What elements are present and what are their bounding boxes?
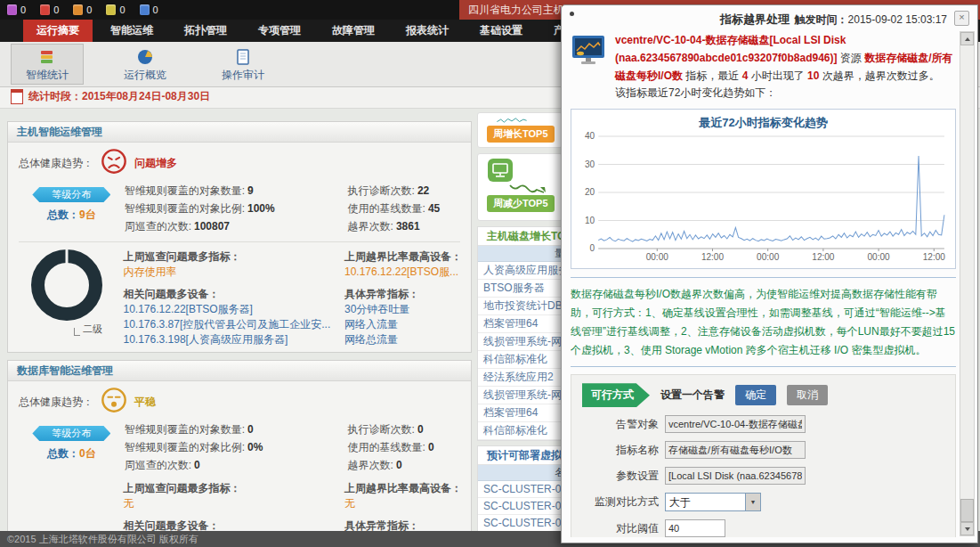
nav-tab[interactable]: 故障管理 bbox=[319, 20, 388, 42]
db-detail-row: 上周巡查问题最多指标： 无 相关问题最多设备： 无 上周越界比率最高设备： 无 … bbox=[19, 479, 460, 533]
db-info-col-a: 上周巡查问题最多指标： 无 相关问题最多设备： 无 bbox=[124, 479, 345, 533]
scrollbar-thumb[interactable] bbox=[960, 499, 974, 522]
health-status-text: 平稳 bbox=[134, 395, 156, 410]
form-field-label: 监测对比方式 bbox=[582, 493, 659, 510]
db-ops-section: 数据库智能运维管理 总体健康趋势： 平稳 等级分布 总数：0台 bbox=[7, 360, 472, 533]
stat-item: 执行诊断次数:22 bbox=[348, 182, 460, 200]
db-stats-row: 等级分布 总数：0台 智维规则覆盖的对象数量:0 智维规则覆盖的对象比例:0% … bbox=[19, 420, 460, 474]
alert-text: vcentre/VC-10-04-数据存储磁盘[Local LSI Disk (… bbox=[615, 32, 956, 102]
section-title: 数据库智能运维管理 bbox=[8, 361, 471, 381]
left-panel: 主机智能运维管理 总体健康趋势： 问题增多 等级分布 总数：9台 bbox=[7, 121, 472, 540]
device-link[interactable]: 10.176.3.198[人资高级应用服务器] bbox=[124, 332, 345, 347]
nav-tab[interactable]: 专项管理 bbox=[245, 20, 314, 42]
device-link[interactable]: 10.176.3.87[控股代管县公司及施工企业安... bbox=[124, 317, 345, 332]
stats-column-right: 执行诊断次数:0 使用的基线数量:0 越界次数:0 bbox=[348, 420, 460, 474]
level-distribution-badge[interactable]: 等级分布 bbox=[32, 187, 110, 202]
growth-top5-tile: 周增长TOP5 bbox=[477, 112, 563, 148]
toolbar-item-label: 运行概览 bbox=[109, 68, 181, 83]
total-count: 总数：0台 bbox=[19, 446, 125, 461]
scroll-up-arrow-icon[interactable] bbox=[960, 32, 974, 45]
nav-tab[interactable]: 基础设置 bbox=[466, 20, 536, 42]
alert-counter[interactable]: 0 bbox=[40, 4, 59, 15]
trend-chart-box: 最近72小时指标变化趋势 01020304000:0012:0000:0012:… bbox=[571, 109, 956, 269]
stat-item: 执行诊断次数:0 bbox=[348, 420, 460, 438]
toolbar-item-audit[interactable]: 操作审计 bbox=[207, 44, 279, 85]
severity-donut-chart[interactable] bbox=[31, 249, 102, 321]
abnormal-metric-list: 30分钟吞吐量网络入流量网络总流量 bbox=[344, 302, 460, 347]
threshold-alert-dialog: 指标越界处理 触发时间：2015-09-02 15:03:17 × vcentr… bbox=[561, 4, 978, 543]
info-label: 上周越界比率最高设备： bbox=[344, 249, 460, 265]
form-field-label: 参数设置 bbox=[582, 467, 659, 484]
metric-link[interactable]: 30分钟吞吐量 bbox=[344, 302, 460, 317]
compare-method-select[interactable]: 大于▼ bbox=[665, 493, 761, 511]
severity-donut-col: 二级 bbox=[19, 248, 124, 346]
alert-counter[interactable]: 0 bbox=[140, 4, 158, 15]
calm-face-icon bbox=[101, 387, 127, 417]
cancel-button[interactable]: 取消 bbox=[787, 385, 828, 405]
svg-text:12:00: 12:00 bbox=[701, 252, 725, 262]
info-label: 上周巡查问题最多指标： bbox=[124, 249, 345, 265]
svg-text:00:00: 00:00 bbox=[646, 252, 669, 262]
stat-item: 智维规则覆盖的对象比例:100% bbox=[125, 200, 348, 217]
alert-count: 0 bbox=[86, 4, 92, 15]
device-link[interactable]: 10.176.12.22[BTSO服务器] bbox=[124, 302, 345, 317]
metric-name-input[interactable] bbox=[665, 441, 806, 459]
level-badge-col: 等级分布 总数：9台 bbox=[19, 182, 125, 235]
stat-item: 智维规则覆盖的对象数量:0 bbox=[125, 420, 348, 438]
alert-counter[interactable]: 0 bbox=[73, 4, 92, 15]
param-setting-input[interactable] bbox=[665, 467, 806, 485]
stats-column-left: 智维规则覆盖的对象数量:0 智维规则覆盖的对象比例:0% 周巡查的次数:0 bbox=[125, 420, 348, 474]
trend-intro-text: 该指标最近72小时变化趋势如下： bbox=[615, 86, 776, 99]
divider bbox=[19, 241, 460, 242]
alarm-target-input[interactable] bbox=[665, 415, 806, 433]
confirm-button[interactable]: 确定 bbox=[735, 385, 776, 405]
info-label: 上周巡查问题最多指标： bbox=[124, 481, 345, 496]
chart-title: 最近72小时指标变化趋势 bbox=[575, 115, 952, 131]
nav-tab[interactable]: 智能运维 bbox=[97, 20, 166, 42]
stat-item: 周巡查的次数:0 bbox=[125, 456, 348, 474]
level-distribution-badge[interactable]: 等级分布 bbox=[32, 426, 110, 441]
scroll-down-arrow-icon[interactable] bbox=[960, 522, 974, 535]
health-trend-row: 总体健康趋势： 问题增多 bbox=[19, 148, 460, 178]
related-device-list: 10.176.12.22[BTSO服务器]10.176.3.87[控股代管县公司… bbox=[124, 302, 345, 347]
health-trend-label: 总体健康趋势： bbox=[19, 395, 93, 410]
svg-text:00:00: 00:00 bbox=[867, 252, 890, 262]
alert-counter[interactable]: 0 bbox=[7, 4, 26, 15]
donut-callout: 二级 bbox=[74, 322, 102, 336]
top-device-value[interactable]: 10.176.12.22[BTSO服... bbox=[344, 265, 460, 280]
close-icon[interactable]: × bbox=[954, 11, 969, 26]
nav-tab[interactable]: 报表统计 bbox=[393, 20, 462, 42]
growth-top5-badge[interactable]: 周增长TOP5 bbox=[487, 126, 555, 143]
threshold-input[interactable] bbox=[665, 519, 725, 537]
nav-tab[interactable]: 拓扑管理 bbox=[171, 20, 240, 42]
alarm-form-fields: 告警对象指标名称参数设置监测对比方式大于▼对比阈值采集间隔60秒▼ bbox=[582, 415, 944, 537]
stats-column-right: 执行诊断次数:22 使用的基线数量:45 越界次数:3861 bbox=[348, 182, 460, 235]
smart-stats-icon bbox=[12, 47, 83, 67]
popup-scrollbar[interactable] bbox=[960, 31, 975, 536]
spacer bbox=[19, 479, 124, 533]
total-count: 总数：9台 bbox=[19, 208, 125, 223]
host-detail-row: 二级 上周巡查问题最多指标： 内存使用率 相关问题最多设备： 10.176.12… bbox=[19, 248, 460, 347]
metric-link[interactable]: 网络入流量 bbox=[344, 317, 460, 332]
svg-text:12:00: 12:00 bbox=[923, 252, 946, 262]
host-ops-section: 主机智能运维管理 总体健康趋势： 问题增多 等级分布 总数：9台 bbox=[7, 121, 472, 353]
metric-link[interactable]: 网络总流量 bbox=[344, 332, 460, 347]
form-field-label: 对比阈值 bbox=[582, 519, 659, 536]
db-ops-body: 总体健康趋势： 平稳 等级分布 总数：0台 智维规则覆盖的 bbox=[8, 381, 471, 533]
donut-connector bbox=[74, 328, 80, 336]
top-metric-value[interactable]: 内存使用率 bbox=[124, 265, 345, 280]
trend-line-chart: 01020304000:0012:0000:0012:0000:0012:00 bbox=[575, 131, 952, 263]
alert-count: 0 bbox=[53, 4, 59, 15]
svg-text:20: 20 bbox=[585, 188, 595, 198]
form-field-label: 指标名称 bbox=[582, 441, 659, 458]
toolbar-item-smart-stats[interactable]: 智维统计 bbox=[11, 44, 84, 85]
alert-counter[interactable]: 0 bbox=[106, 4, 125, 15]
toolbar-item-run-overview[interactable]: 运行概览 bbox=[109, 44, 182, 85]
nav-tab[interactable]: 运行摘要 bbox=[23, 20, 93, 42]
alert-severity-icon bbox=[7, 4, 17, 15]
dropdown-arrow-icon[interactable]: ▼ bbox=[745, 494, 760, 510]
feasible-way-badge[interactable]: 可行方式 bbox=[582, 383, 650, 407]
monitor-icon bbox=[487, 158, 514, 183]
form-field-row: 指标名称 bbox=[582, 441, 944, 459]
decline-top5-badge[interactable]: 周减少TOP5 bbox=[487, 195, 555, 212]
